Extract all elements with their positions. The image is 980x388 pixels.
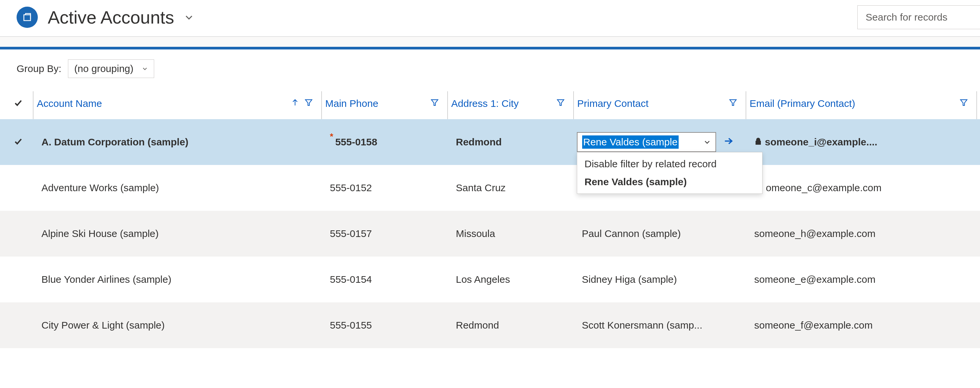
cell-account-name[interactable]: Adventure Works (sample): [33, 165, 321, 211]
filter-icon[interactable]: [729, 98, 737, 109]
grid-card: Group By: (no grouping): [0, 47, 980, 348]
column-header-email-primary[interactable]: Email (Primary Contact): [746, 91, 977, 119]
cell-main-phone[interactable]: *555-0158: [321, 119, 447, 165]
primary-contact-lookup[interactable]: Rene Valdes (sample: [577, 132, 716, 152]
cell-primary-contact[interactable]: Paul Cannon (sample): [574, 211, 746, 257]
column-label: Primary Contact: [577, 98, 649, 109]
cell-primary-contact[interactable]: Scott Konersmann (samp...: [574, 302, 746, 348]
cell-email-primary[interactable]: someone_h@example.com: [746, 211, 977, 257]
lock-icon: [754, 137, 762, 146]
cell-main-phone[interactable]: 555-0154: [321, 257, 447, 302]
svg-rect-0: [24, 15, 30, 21]
filter-icon[interactable]: [959, 98, 968, 109]
column-label: Account Name: [37, 98, 102, 109]
groupby-value: (no grouping): [74, 63, 133, 74]
email-value: someone_i@example....: [765, 136, 877, 147]
svg-marker-4: [557, 100, 564, 105]
svg-marker-6: [961, 100, 967, 105]
required-asterisk-icon: *: [330, 131, 333, 141]
cell-primary-contact[interactable]: Sidney Higa (sample): [574, 257, 746, 302]
column-header-main-phone[interactable]: Main Phone: [321, 91, 447, 119]
accounts-grid: Account Name: [0, 91, 980, 348]
sort-asc-icon[interactable]: [291, 98, 299, 109]
phone-value: 555-0158: [335, 136, 377, 147]
cell-main-phone[interactable]: 555-0155: [321, 302, 447, 348]
column-header-account-name[interactable]: Account Name: [33, 91, 321, 119]
cell-main-phone[interactable]: 555-0152: [321, 165, 447, 211]
cell-account-name[interactable]: A. Datum Corporation (sample): [33, 119, 321, 165]
groupby-select[interactable]: (no grouping): [68, 59, 154, 78]
lookup-selected-text: Rene Valdes (sample: [582, 136, 679, 149]
cell-email-primary[interactable]: omeone_c@example.com: [746, 165, 977, 211]
table-row[interactable]: A. Datum Corporation (sample) *555-0158 …: [0, 119, 980, 165]
cell-account-name[interactable]: Alpine Ski House (sample): [33, 211, 321, 257]
cell-address-city[interactable]: Redmond: [447, 302, 574, 348]
svg-marker-5: [730, 100, 736, 105]
cell-primary-contact[interactable]: Rene Valdes (sample Disable filter by re…: [574, 119, 746, 165]
lookup-dropdown: Disable filter by related record Rene Va…: [577, 152, 762, 194]
svg-marker-3: [431, 100, 438, 105]
cell-account-name[interactable]: Blue Yonder Airlines (sample): [33, 257, 321, 302]
lookup-option-selected[interactable]: Rene Valdes (sample): [577, 173, 762, 191]
column-label: Email (Primary Contact): [749, 98, 855, 109]
check-icon[interactable]: [13, 136, 23, 147]
table-row[interactable]: Adventure Works (sample) 555-0152 Santa …: [0, 165, 980, 211]
svg-marker-2: [305, 100, 312, 105]
cell-account-name[interactable]: City Power & Light (sample): [33, 302, 321, 348]
page-title: Active Accounts: [48, 7, 174, 27]
page-header: Active Accounts Search for records: [0, 0, 980, 37]
column-header-primary-contact[interactable]: Primary Contact: [574, 91, 746, 119]
cell-email-primary[interactable]: someone_e@example.com: [746, 257, 977, 302]
column-label: Main Phone: [325, 98, 378, 109]
navigate-arrow-icon[interactable]: [723, 136, 734, 148]
column-header-select[interactable]: [0, 91, 33, 119]
column-end-divider: [977, 91, 980, 119]
cell-address-city[interactable]: Santa Cruz: [447, 165, 574, 211]
table-row[interactable]: Blue Yonder Airlines (sample) 555-0154 L…: [0, 257, 980, 302]
cell-main-phone[interactable]: 555-0157: [321, 211, 447, 257]
filter-icon[interactable]: [556, 98, 565, 109]
filter-icon[interactable]: [430, 98, 439, 109]
column-header-address-city[interactable]: Address 1: City: [447, 91, 574, 119]
groupby-bar: Group By: (no grouping): [0, 49, 980, 91]
search-input[interactable]: Search for records: [858, 5, 980, 29]
chevron-down-icon: [703, 138, 711, 146]
cell-address-city[interactable]: Redmond: [447, 119, 574, 165]
filter-icon[interactable]: [304, 98, 313, 109]
table-row[interactable]: City Power & Light (sample) 555-0155 Red…: [0, 302, 980, 348]
cell-email-primary[interactable]: someone_f@example.com: [746, 302, 977, 348]
entity-icon: [17, 6, 38, 28]
content-area: Group By: (no grouping): [0, 37, 980, 348]
cell-address-city[interactable]: Missoula: [447, 211, 574, 257]
lookup-option-disable-filter[interactable]: Disable filter by related record: [577, 155, 762, 173]
column-label: Address 1: City: [451, 98, 519, 109]
view-selector-chevron-icon[interactable]: [184, 12, 194, 22]
cell-address-city[interactable]: Los Angeles: [447, 257, 574, 302]
check-icon: [13, 98, 23, 109]
groupby-label: Group By:: [17, 63, 61, 74]
cell-email-primary[interactable]: someone_i@example....: [746, 119, 977, 165]
table-row[interactable]: Alpine Ski House (sample) 555-0157 Misso…: [0, 211, 980, 257]
